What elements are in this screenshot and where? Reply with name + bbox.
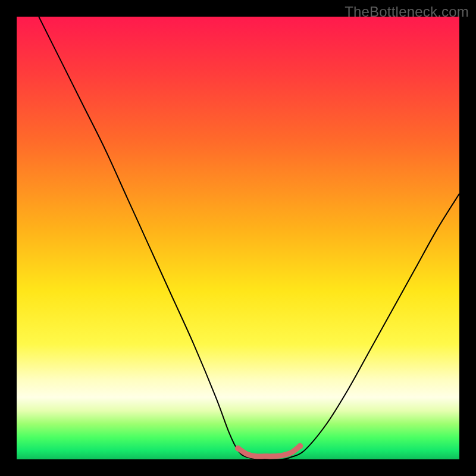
- marker-dot: [297, 443, 303, 449]
- marker-dot: [235, 445, 241, 451]
- optimal-range-highlight: [238, 446, 300, 456]
- curves-layer: [17, 17, 459, 459]
- bottleneck-curve: [39, 17, 459, 459]
- chart-frame: TheBottleneck.com: [0, 0, 476, 476]
- watermark-text: TheBottleneck.com: [345, 4, 469, 20]
- plot-area: [17, 17, 459, 459]
